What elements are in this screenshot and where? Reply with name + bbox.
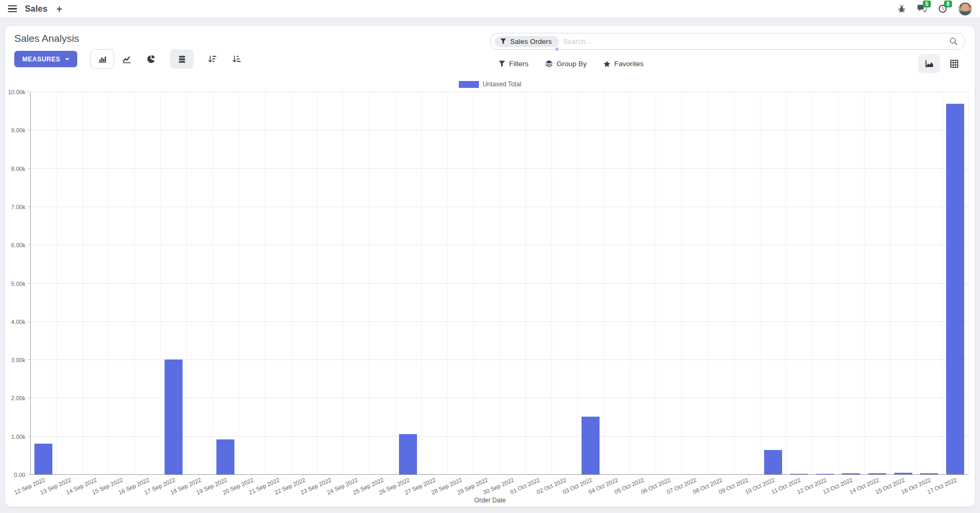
measures-button[interactable]: MEASURES	[14, 51, 77, 67]
chart-type-toolbar	[90, 49, 249, 69]
group-by-button[interactable]: Group By	[545, 60, 587, 68]
facet-remove-icon[interactable]: ×	[555, 46, 559, 52]
gridline-vertical	[656, 92, 656, 475]
gridline-vertical	[786, 92, 786, 475]
gridline-vertical	[447, 92, 448, 475]
y-tick-label: 3.00k	[11, 357, 25, 363]
gridline-vertical	[186, 92, 187, 475]
apps-menu-icon[interactable]	[8, 4, 17, 14]
search-facet-sales-orders[interactable]: Sales Orders	[495, 36, 559, 47]
x-tick-label: 17 Oct 2022	[927, 476, 958, 495]
gridline-vertical	[734, 92, 734, 475]
gridline-vertical	[317, 92, 317, 475]
y-tick-label: 8.00k	[11, 166, 25, 172]
bar-chart-icon[interactable]	[90, 49, 114, 69]
gridline-vertical	[239, 92, 239, 475]
x-tick-label: 14 Oct 2022	[848, 476, 880, 495]
filter-funnel-icon	[500, 38, 506, 44]
chart-legend[interactable]: Untaxed Total	[5, 80, 975, 88]
pie-chart-icon[interactable]	[139, 49, 163, 69]
sort-descending-icon[interactable]	[201, 49, 224, 69]
user-avatar[interactable]	[958, 2, 972, 16]
caret-down-icon	[65, 58, 69, 60]
x-tick-label: 06 Oct 2022	[640, 476, 672, 495]
bar-chart-plot: 0.001.00k2.00k3.00k4.00k5.00k6.00k7.00k8…	[30, 92, 968, 475]
view-switcher	[918, 55, 965, 73]
gridline-vertical	[551, 92, 552, 475]
x-axis-title: Order Date	[5, 497, 975, 504]
filters-button[interactable]: Filters	[498, 60, 529, 68]
x-axis-line	[30, 474, 968, 475]
bar-19-sep-2022[interactable]	[216, 439, 234, 475]
debug-bug-icon[interactable]	[897, 5, 906, 13]
page-title: Sales Analysis	[14, 33, 249, 44]
gridline-vertical	[160, 92, 161, 475]
favorites-button[interactable]: Favorites	[603, 60, 644, 68]
bar-26-sep-2022[interactable]	[399, 434, 417, 475]
layers-icon	[545, 60, 553, 68]
y-tick-label: 9.00k	[11, 127, 25, 133]
chart-area: Untaxed Total 0.001.00k2.00k3.00k4.00k5.…	[5, 74, 975, 507]
bar-17-sep-2022[interactable]	[165, 359, 183, 475]
y-tick-label: 2.00k	[11, 395, 25, 401]
star-icon	[603, 60, 611, 68]
y-tick-label: 1.00k	[11, 434, 25, 440]
gridline-vertical	[213, 92, 213, 475]
search-options-row: Filters Group By Favorites	[490, 55, 965, 73]
x-tick-label: 09 Oct 2022	[718, 476, 750, 495]
messages-icon[interactable]: 5	[917, 4, 927, 13]
bar-03-oct-2022[interactable]	[582, 417, 600, 475]
gridline-vertical	[630, 92, 630, 475]
gridline-vertical	[760, 92, 760, 475]
search-icon[interactable]	[949, 37, 958, 46]
gridline-vertical	[682, 92, 682, 475]
bar-17-oct-2022[interactable]	[946, 104, 964, 475]
gridline-vertical	[577, 92, 578, 475]
legend-label: Untaxed Total	[483, 80, 521, 88]
gridline-vertical	[942, 92, 943, 475]
gridline-vertical	[343, 92, 343, 475]
sort-ascending-icon[interactable]	[225, 49, 249, 69]
top-navbar: Sales + 5 8	[0, 0, 980, 18]
gridline-vertical	[265, 92, 265, 475]
content-card: Sales Analysis MEASURES	[5, 26, 975, 507]
x-tick-label: 05 Oct 2022	[614, 476, 646, 495]
y-axis-line	[30, 92, 31, 475]
gridline-vertical	[890, 92, 891, 475]
filter-funnel-icon	[498, 60, 505, 67]
search-input[interactable]	[559, 38, 949, 46]
gridline-vertical	[604, 92, 604, 475]
gridline-vertical	[369, 92, 369, 475]
y-tick-label: 4.00k	[11, 319, 25, 325]
gridline-vertical	[108, 92, 109, 475]
app-name-sales[interactable]: Sales	[25, 4, 48, 14]
facet-label: Sales Orders	[510, 38, 552, 46]
gridline-vertical	[812, 92, 813, 475]
graph-view-icon[interactable]	[918, 55, 940, 73]
bar-10-oct-2022[interactable]	[764, 450, 782, 475]
y-tick-label: 10.00k	[8, 89, 25, 95]
plus-icon[interactable]: +	[56, 4, 63, 14]
x-tick-label: 01 Oct 2022	[510, 476, 541, 495]
gridline-vertical	[917, 92, 917, 475]
pivot-view-icon[interactable]	[943, 55, 965, 73]
y-tick-label: 5.00k	[11, 281, 25, 287]
x-tick-label: 10 Oct 2022	[744, 476, 776, 495]
gridline-vertical	[838, 92, 839, 475]
x-tick-label: 13 Oct 2022	[822, 476, 854, 495]
x-tick-label: 02 Oct 2022	[536, 476, 567, 495]
gridline-vertical	[291, 92, 292, 475]
y-tick-label: 6.00k	[11, 242, 25, 248]
search-bar: Sales Orders ×	[490, 33, 965, 50]
legend-swatch	[459, 81, 479, 88]
gridline-vertical	[473, 92, 474, 475]
gridline-vertical	[968, 92, 969, 475]
filters-label: Filters	[509, 60, 529, 68]
bar-12-sep-2022[interactable]	[34, 444, 52, 475]
gridline-vertical	[134, 92, 135, 475]
gridline-vertical	[83, 92, 83, 475]
stacked-icon[interactable]	[170, 49, 194, 69]
line-chart-icon[interactable]	[115, 49, 139, 69]
messages-badge: 5	[923, 1, 931, 7]
activities-clock-icon[interactable]: 8	[938, 4, 947, 13]
